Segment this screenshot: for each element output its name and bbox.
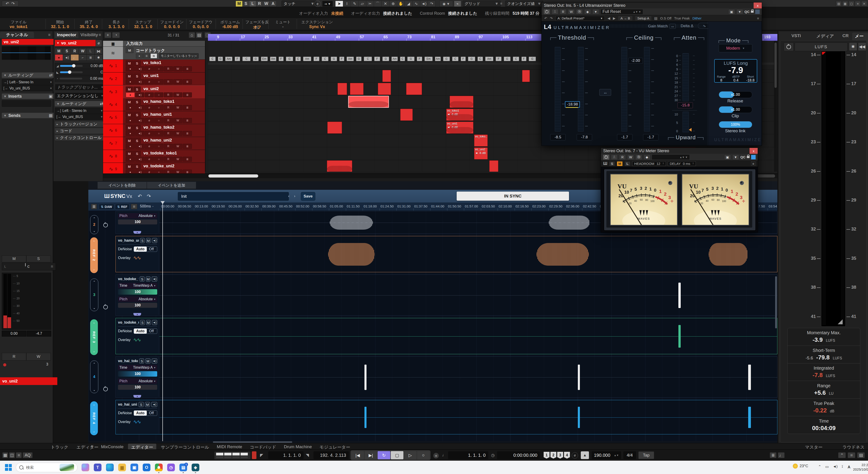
tool-0-icon[interactable]: ➤	[335, 1, 343, 7]
chord-event[interactable]: Am	[435, 57, 441, 61]
pan-slider[interactable]: ◣C	[55, 69, 105, 75]
denoise-segment[interactable]: AutoOffOn	[134, 328, 157, 334]
pitch-amount-slider[interactable]: 100	[118, 303, 157, 308]
qc-label[interactable]: QC	[745, 10, 750, 13]
chord-event[interactable]: F	[279, 57, 284, 61]
denoise-opt-Off[interactable]: Off	[147, 247, 156, 252]
read-automation-button[interactable]: R	[164, 66, 173, 71]
solo-button[interactable]: S	[133, 99, 141, 105]
undo-icon[interactable]: ↶	[544, 16, 547, 21]
resolution-select[interactable]: 500ms⌄	[140, 204, 154, 208]
overlay-row[interactable]: Overlay∿∿	[118, 255, 157, 261]
goto-start-button[interactable]: |◀	[351, 451, 364, 459]
mute-button[interactable]: M	[126, 151, 133, 156]
mode-select[interactable]: Modern▼	[719, 44, 752, 52]
tool-10-icon[interactable]: ∿	[412, 1, 420, 7]
mute-button[interactable]: M	[126, 73, 133, 79]
monitor-button[interactable]: ◄)	[135, 66, 144, 71]
time-signature[interactable]: 4/4	[623, 451, 636, 459]
redo-icon[interactable]: ↷	[11, 1, 15, 6]
chord-event[interactable]: F	[521, 57, 526, 61]
snapshot-icon[interactable]: ▣	[724, 154, 731, 160]
write-automation-button[interactable]: W	[173, 79, 182, 84]
row-power-icon[interactable]	[103, 305, 108, 309]
save-icon[interactable]: ▤	[654, 16, 657, 21]
l4-control-Clip[interactable]: x1.00	[719, 106, 752, 113]
audio-clip[interactable]: vo_toko1◄ -6 dB	[446, 109, 473, 121]
marker-2-button[interactable]: 2	[551, 452, 556, 459]
close-lower-zone-icon[interactable]: ✕	[91, 444, 94, 448]
info-col-value[interactable]: -	[269, 25, 297, 29]
taskbar-app-explorer[interactable]: ▆	[118, 464, 126, 471]
monitor-button[interactable]: ◄)	[135, 157, 144, 162]
marker-3-button[interactable]: 3	[557, 452, 563, 459]
automation-S[interactable]: S	[242, 1, 249, 7]
chord-event[interactable]: Am	[303, 57, 311, 61]
freeze-button[interactable]: ○	[154, 92, 163, 97]
time-mode-row[interactable]: TimeTimeWarp A▼	[118, 365, 157, 370]
section-2[interactable]: ▸クイックコントロール	[55, 135, 105, 140]
record-enable-button[interactable]: ●	[126, 144, 135, 149]
read-automation-button[interactable]: R	[164, 79, 173, 84]
record-icon[interactable]: ●	[55, 54, 63, 61]
track-color-strip[interactable]: ∿1	[103, 60, 123, 72]
taskbar-app-cubase[interactable]: ◆	[192, 464, 199, 471]
value-box[interactable]: -2.00	[628, 58, 643, 64]
grid-icon[interactable]: ⌗	[131, 204, 137, 209]
write-automation-button[interactable]: W	[173, 144, 182, 149]
a-button[interactable]: ⓐ	[636, 154, 642, 160]
track-row[interactable]: ∿4MSvo_hamo_toko1●◄)e○RW≣	[103, 98, 205, 111]
lanes-icon[interactable]: ≣	[87, 54, 95, 61]
info-col-value[interactable]: vo_toko1	[0, 25, 37, 29]
sync-playhead-handle[interactable]	[161, 201, 165, 204]
info-col-value[interactable]: 35. 2. 4. 0	[75, 25, 102, 29]
read-automation-button[interactable]: R	[164, 105, 173, 110]
stop-button[interactable]: ▢	[391, 451, 403, 459]
transport-right-icon[interactable]: ♩	[778, 452, 785, 458]
track-btn-M[interactable]: M	[55, 48, 63, 54]
track-preset-button[interactable]: ◔	[112, 32, 120, 38]
monitor-button[interactable]: ◄)	[135, 79, 144, 84]
in-sync-button[interactable]: IN SYNC	[457, 192, 569, 201]
meter-power-button[interactable]	[784, 42, 794, 51]
chord-mute-button[interactable]: M	[126, 48, 133, 53]
far-right-icon[interactable]: ⌃	[838, 452, 846, 458]
chord-event[interactable]: Am	[485, 57, 493, 61]
tap-tempo-button[interactable]: Tap	[638, 451, 654, 459]
snap-button[interactable]: ◉ ▼	[439, 1, 453, 7]
funnel-button[interactable]: ▼	[592, 9, 599, 14]
mute-button[interactable]: M	[126, 87, 133, 92]
value-box[interactable]: -18.98	[565, 101, 580, 107]
solo-button[interactable]: S	[133, 73, 141, 79]
speaker-button[interactable]: ◄)	[152, 238, 157, 243]
chord-event[interactable]: C	[242, 57, 250, 61]
track-name[interactable]: vo_hamo_toko1	[144, 99, 175, 104]
expand-chevron-icon[interactable]: ▾	[133, 313, 141, 316]
row-collapse-handle[interactable]: ⌃4⌄	[90, 360, 98, 393]
transport-left-icon[interactable]: ◫	[9, 452, 15, 458]
write-automation-button[interactable]: W	[173, 66, 182, 71]
chord-event[interactable]: C	[513, 57, 519, 61]
freeze-button[interactable]: ○	[154, 157, 163, 162]
e-lowlatency-icon[interactable]: e	[314, 1, 321, 7]
position-time-value[interactable]: 0:00:00.000	[497, 451, 540, 459]
delay-field[interactable]: ◔0.00 ms	[55, 76, 105, 82]
power-button[interactable]	[603, 154, 610, 160]
freeze-button[interactable]: ○	[154, 66, 163, 71]
volume-slider[interactable]: ◢0.00 dB	[55, 63, 105, 69]
tool-5-icon[interactable]: ⌒	[374, 1, 382, 7]
diamond-icon[interactable]: ◆	[644, 154, 650, 160]
search-box[interactable]: 検索	[16, 463, 78, 472]
window-control-icon[interactable]: ▢	[848, 1, 855, 6]
output-routing[interactable]: [→Vo_uni_BUS▼	[2, 85, 54, 91]
quantize-select[interactable]: クオンタイズ値▼	[505, 1, 543, 7]
record-enable-button[interactable]: ●	[126, 66, 135, 71]
freeze-icon[interactable]: ✱	[94, 54, 103, 61]
routing-header[interactable]: ▼ルーティング⇄	[2, 72, 54, 78]
routing-header[interactable]: ▼ルーティング⇄	[55, 101, 105, 106]
ab-button[interactable]: A → B	[618, 16, 632, 21]
aq-button[interactable]: AQ	[23, 452, 33, 458]
mute-button[interactable]: M	[126, 125, 133, 130]
chord-event[interactable]: C	[296, 57, 301, 61]
chord-event[interactable]: F	[461, 57, 466, 61]
